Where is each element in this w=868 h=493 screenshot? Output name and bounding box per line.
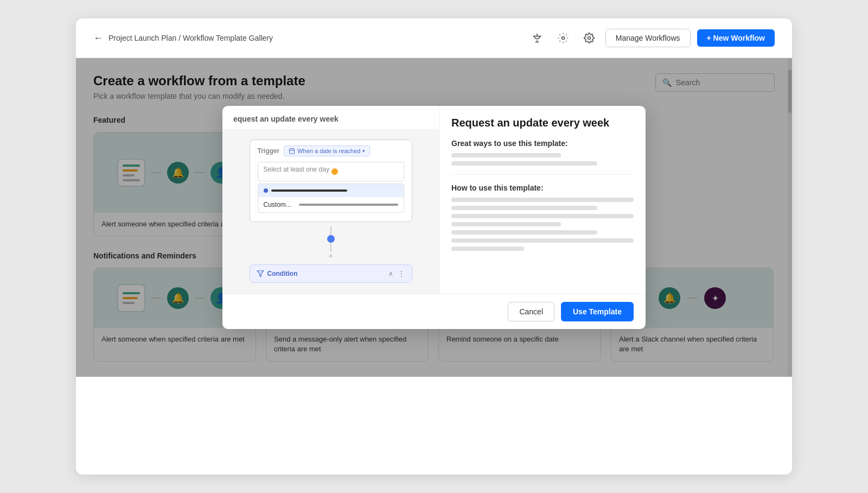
great-ways-line-2 [451, 161, 597, 166]
option-bars [271, 188, 398, 193]
lightbulb-icon [558, 33, 569, 43]
how-to-use-title: How to use this template: [451, 184, 634, 192]
gear-icon [584, 33, 595, 43]
connector-line-top [330, 226, 331, 235]
svg-marker-6 [257, 271, 264, 277]
workflow-diagram: Trigger When a date is reached ▾ [250, 140, 412, 283]
lightbulb-icon-btn[interactable] [553, 28, 573, 48]
modal-content: equest an update every week Trigger [222, 106, 646, 294]
condition-label-area: Condition [257, 270, 298, 277]
option-item-selected[interactable] [258, 184, 404, 197]
modal-right: Request an update every week Great ways … [439, 106, 646, 294]
trigger-dropdown-arrow: ▾ [362, 148, 365, 154]
trigger-type-selector[interactable]: When a date is reached ▾ [284, 146, 370, 156]
main-container: ← Project Launch Plan / Workflow Templat… [76, 18, 792, 475]
modal-footer: Cancel Use Template [222, 294, 646, 329]
filter-icon [257, 270, 264, 277]
connector-line-bottom [330, 243, 331, 251]
great-ways-title: Great ways to use this template: [451, 139, 634, 148]
how-to-line-5 [451, 230, 597, 235]
settings-icon-btn[interactable] [579, 28, 599, 48]
option-bar-1 [271, 189, 347, 192]
modal-preview-subtitle: equest an update every week [222, 106, 439, 129]
svg-point-0 [561, 37, 564, 40]
select-container: Select at least one day [258, 162, 404, 213]
how-to-line-7 [451, 246, 524, 251]
calendar-icon [289, 148, 295, 154]
how-to-line-3 [451, 214, 634, 218]
svg-point-1 [588, 37, 590, 40]
cancel-button[interactable]: Cancel [508, 302, 554, 321]
how-to-line-6 [451, 238, 634, 243]
custom-option-label: Custom... [264, 201, 291, 208]
modal-box: equest an update every week Trigger [222, 106, 646, 329]
use-template-button[interactable]: Use Template [561, 302, 634, 321]
condition-text: Condition [267, 270, 298, 277]
back-button[interactable]: ← [93, 33, 103, 44]
header-left: ← Project Launch Plan / Workflow Templat… [93, 33, 273, 44]
trigger-type-label: When a date is reached [297, 148, 360, 154]
condition-menu-btn[interactable]: ⋮ [398, 269, 405, 278]
modal-overlay[interactable]: equest an update every week Trigger [76, 58, 792, 377]
great-ways-line-1 [451, 153, 561, 157]
connector-dot [327, 235, 335, 243]
how-to-line-4 [451, 222, 561, 226]
announcement-icon-btn[interactable] [527, 28, 547, 48]
condition-collapse-btn[interactable]: ∧ [388, 270, 393, 277]
modal-left: equest an update every week Trigger [222, 106, 439, 294]
trigger-label: Trigger [258, 147, 280, 155]
option-selected-indicator [264, 188, 268, 193]
cursor-dot [331, 168, 338, 175]
modal-main-title: Request an update every week [451, 117, 634, 129]
header-right: Manage Workflows + New Workflow [527, 28, 775, 48]
manage-workflows-button[interactable]: Manage Workflows [605, 29, 691, 47]
page-content: Create a workflow from a template Pick a… [76, 58, 792, 377]
new-workflow-button[interactable]: + New Workflow [697, 29, 775, 47]
divider-1 [451, 174, 634, 175]
condition-controls: ∧ ⋮ [388, 269, 405, 278]
announcement-icon [532, 33, 542, 43]
breadcrumb: Project Launch Plan / Workflow Template … [108, 34, 273, 42]
svg-rect-2 [290, 149, 295, 154]
add-step-plus[interactable]: + [328, 251, 333, 260]
condition-block: Condition ∧ ⋮ [250, 264, 412, 283]
option-item-custom[interactable]: Custom... [258, 197, 404, 212]
option-dropdown: Custom... [258, 184, 404, 213]
workflow-connector: + [327, 222, 335, 264]
how-to-line-1 [451, 198, 634, 202]
header: ← Project Launch Plan / Workflow Templat… [76, 18, 792, 58]
custom-option-bar [299, 204, 398, 206]
trigger-header: Trigger When a date is reached ▾ [258, 146, 404, 156]
how-to-line-2 [451, 206, 597, 210]
trigger-block: Trigger When a date is reached ▾ [250, 140, 412, 222]
workflow-preview-area: Trigger When a date is reached ▾ [222, 129, 439, 294]
select-field[interactable]: Select at least one day [258, 162, 404, 181]
select-placeholder-text: Select at least one day [264, 166, 329, 173]
